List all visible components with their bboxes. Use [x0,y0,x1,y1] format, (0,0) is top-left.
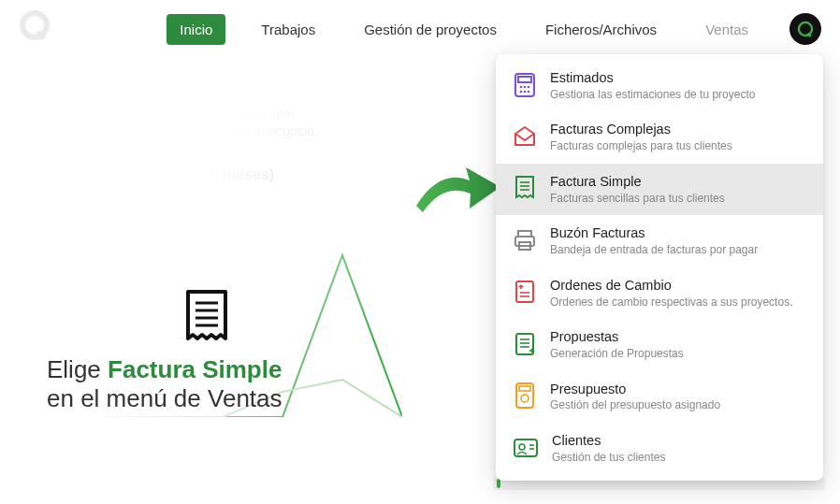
svg-point-15 [528,90,530,93]
dropdown-item-presupuesto[interactable]: PresupuestoGestión del presupuesto asign… [496,371,823,423]
svg-point-12 [528,85,530,88]
svg-point-11 [524,85,527,88]
dropdown-item-text: PresupuestoGestión del presupuesto asign… [550,381,806,413]
dropdown-item-clientes[interactable]: ClientesGestión de tus clientes [496,423,823,474]
clients-icon [513,432,539,460]
dropdown-item-propuestas[interactable]: PropuestasGeneración de Propuestas [496,319,823,370]
callout-strong: Factura Simple [108,355,282,383]
dropdown-item-text: Ordenes de CambioOrdenes de cambio respe… [550,277,806,310]
svg-point-31 [521,395,529,402]
svg-point-13 [520,90,523,93]
svg-rect-9 [518,77,531,82]
dropdown-item-title: Facturas Complejas [550,121,806,138]
dropdown-item-desc: Gestión de tus clientes [552,451,806,466]
ventas-dropdown: EstimadosGestiona las estimaciones de tu… [496,54,823,481]
nav-gestion-proyectos[interactable]: Gestión de proyectos [351,14,510,45]
dropdown-item-text: PropuestasGeneración de Propuestas [550,328,806,361]
callout-line-1: Elige Factura Simple [47,355,282,384]
dropdown-item-desc: Gestión del presupuesto asignado [550,398,806,413]
dropdown-item-text: Factura SimpleFacturas sencillas para tu… [550,173,806,206]
dropdown-item-text: ClientesGestión de tus clientes [552,432,806,465]
dropdown-item-ordenes-de-cambio[interactable]: Ordenes de CambioOrdenes de cambio respe… [496,267,823,319]
y-tick: 20,000 [56,274,88,285]
dropdown-item-desc: Gestiona las estimaciones de tu proyecto [550,88,806,103]
dropdown-item-text: Buzón FacturasBandeja de entrada de fact… [550,224,806,257]
dropdown-item-title: Clientes [552,432,806,450]
callout-line-2: en el menú de Ventas [47,384,282,413]
dropdown-item-text: EstimadosGestiona las estimaciones de tu… [550,69,806,102]
printer-icon [513,224,537,252]
budget-icon [513,381,537,409]
nav-ventas[interactable]: Ventas [692,14,761,45]
dropdown-item-buz-n-facturas[interactable]: Buzón FacturasBandeja de entrada de fact… [496,215,823,266]
inbox-icon [513,121,537,149]
dropdown-item-desc: Facturas sencillas para tus clientes [550,192,806,207]
dropdown-item-facturas-complejas[interactable]: Facturas ComplejasFacturas complejas par… [496,111,823,163]
svg-rect-22 [516,281,533,302]
receipt-large-icon [182,290,282,348]
topbar: Inicio Trabajos Gestión de proyectos Fic… [0,0,840,58]
proposal-icon [513,328,537,356]
instruction-callout: Elige Factura Simple en el menú de Venta… [47,346,282,413]
receipt-icon [513,173,537,201]
svg-point-33 [519,444,525,450]
svg-point-14 [524,90,527,93]
dropdown-item-title: Factura Simple [550,173,806,191]
dropdown-item-desc: Generación de Propuestas [550,347,806,362]
dropdown-item-estimados[interactable]: EstimadosGestiona las estimaciones de tu… [496,60,823,111]
dropdown-item-title: Presupuesto [550,381,806,398]
brand-logo [19,9,51,49]
nav-ficheros[interactable]: Ficheros/Archivos [532,14,670,45]
dropdown-item-text: Facturas ComplejasFacturas complejas par… [550,121,806,153]
dropdown-item-desc: Bandeja de entrada de facturas por pagar [550,243,806,258]
dropdown-item-desc: Ordenes de cambio respectivas a sus proy… [550,295,806,310]
nav-inicio[interactable]: Inicio [167,14,225,45]
y-tick: 30,000 [56,206,88,217]
dropdown-item-title: Propuestas [550,328,806,346]
arrow-icon [412,154,505,233]
change-order-icon [513,277,537,305]
avatar[interactable] [789,13,821,45]
dropdown-item-factura-simple[interactable]: Factura SimpleFacturas sencillas para tu… [496,164,823,215]
callout-pre: Elige [47,355,108,383]
dropdown-item-title: Estimados [550,69,806,87]
nav-trabajos[interactable]: Trabajos [248,14,328,45]
main-nav: Inicio Trabajos Gestión de proyectos Fic… [167,14,761,45]
svg-point-10 [520,85,523,88]
dropdown-item-title: Buzón Facturas [550,224,806,242]
dropdown-item-desc: Facturas complejas para tus clientes [550,139,806,154]
svg-rect-30 [519,386,530,391]
dropdown-item-title: Ordenes de Cambio [550,277,806,295]
calculator-icon [513,69,537,97]
